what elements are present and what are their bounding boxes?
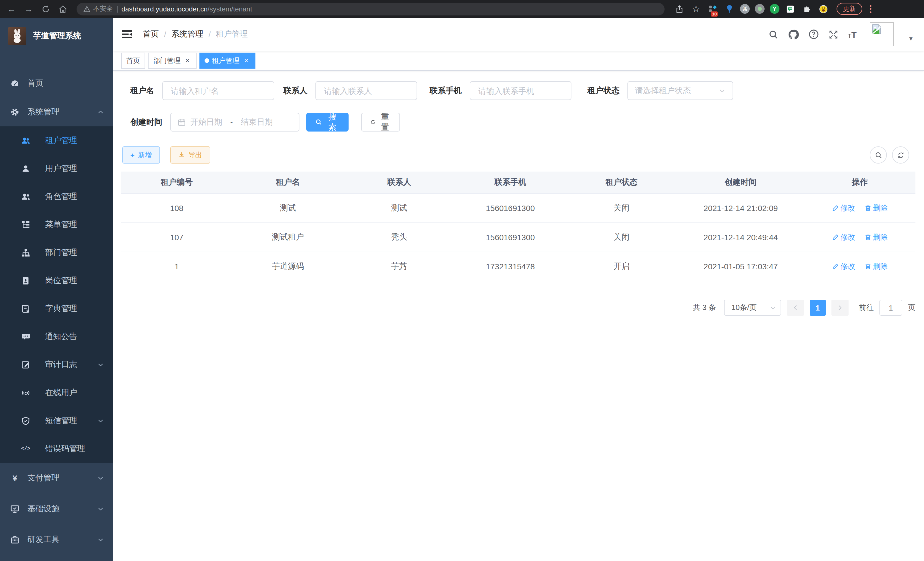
status-select[interactable]: 请选择租户状态 — [627, 81, 733, 100]
col-mobile: 联系手机 — [455, 171, 566, 194]
close-icon[interactable]: × — [242, 57, 250, 65]
dot-extension-icon[interactable] — [755, 4, 765, 14]
gauge-icon — [10, 79, 20, 88]
divider — [117, 5, 117, 12]
download-icon — [178, 152, 185, 158]
sidebar-item-infrastructure[interactable]: 基础设施 — [0, 493, 113, 524]
sidebar-item-payment[interactable]: ¥ 支付管理 — [0, 463, 113, 493]
edit-button[interactable]: 修改 — [832, 232, 855, 242]
sidebar-item-tenant[interactable]: 租户管理 — [0, 126, 113, 154]
online-users-icon — [21, 388, 30, 397]
active-dot — [205, 58, 209, 63]
sidebar-item-departments[interactable]: 部门管理 — [0, 238, 113, 266]
app-logo[interactable]: 芋道管理系统 — [0, 20, 113, 52]
reload-icon[interactable] — [39, 2, 52, 16]
broken-image-icon — [872, 24, 882, 34]
status-text: 关闭 — [566, 194, 677, 223]
sidebar-item-announcements[interactable]: 通知公告 — [0, 323, 113, 350]
sidebar-item-home[interactable]: 首页 — [0, 69, 113, 98]
sidebar-item-error-codes[interactable]: </> 错误码管理 — [0, 435, 113, 463]
contact-label: 联系人 — [284, 86, 308, 96]
command-extension-icon[interactable]: ⌘ — [740, 4, 750, 14]
edit-button[interactable]: 修改 — [832, 261, 855, 272]
add-button[interactable]: + 新增 — [122, 146, 160, 164]
mobile-input[interactable] — [477, 86, 564, 96]
security-label: 不安全 — [93, 5, 113, 13]
edit-icon — [832, 234, 838, 241]
date-range-picker[interactable]: 开始日期 - 结束日期 — [170, 113, 299, 132]
status-label: 租户状态 — [587, 86, 620, 96]
y-extension-icon[interactable]: Y — [770, 4, 779, 14]
close-icon[interactable]: × — [183, 57, 191, 65]
caret-down-icon[interactable]: ▼ — [908, 35, 914, 41]
home-icon[interactable] — [56, 2, 70, 16]
chevron-down-icon — [97, 505, 104, 512]
tag-home[interactable]: 首页 — [121, 53, 145, 69]
user-icon — [21, 164, 30, 173]
github-icon[interactable] — [788, 29, 799, 40]
prev-page-button[interactable] — [787, 300, 804, 316]
next-page-button[interactable] — [831, 300, 849, 316]
show-search-button[interactable] — [870, 146, 887, 164]
chat-extension-icon[interactable] — [784, 3, 796, 15]
chevron-down-icon — [97, 417, 104, 424]
delete-button[interactable]: 删除 — [864, 232, 888, 242]
delete-button[interactable]: 删除 — [864, 203, 888, 213]
reset-button[interactable]: 重置 — [361, 113, 400, 132]
avatar[interactable] — [870, 22, 894, 46]
sidebar-item-posts[interactable]: 岗位管理 — [0, 266, 113, 295]
sidebar-item-menus[interactable]: 菜单管理 — [0, 211, 113, 238]
search-icon[interactable] — [769, 29, 778, 39]
browser-menu-icon[interactable] — [870, 5, 872, 13]
sidebar-submenu-system: 租户管理 用户管理 角色管理 — [0, 126, 113, 463]
sidebar-item-system[interactable]: 系统管理 — [0, 98, 113, 126]
table-row: 107 测试租户 秃头 15601691300 关闭 2021-12-14 20… — [121, 223, 915, 252]
tag-departments[interactable]: 部门管理 × — [148, 53, 196, 69]
breadcrumb-home[interactable]: 首页 — [143, 29, 159, 39]
sidebar-item-dev-tools[interactable]: 研发工具 — [0, 524, 113, 555]
export-button[interactable]: 导出 — [170, 146, 210, 164]
tag-tenant[interactable]: 租户管理 × — [200, 53, 255, 69]
search-icon — [874, 151, 882, 159]
page-number-1[interactable]: 1 — [810, 300, 826, 316]
help-icon[interactable] — [808, 29, 819, 39]
chevron-down-icon — [97, 475, 104, 481]
search-button[interactable]: 搜索 — [306, 113, 349, 132]
sidebar-item-online-users[interactable]: 在线用户 — [0, 379, 113, 407]
sidebar-item-roles[interactable]: 角色管理 — [0, 182, 113, 211]
sidebar-item-sms[interactable]: 短信管理 — [0, 407, 113, 435]
extensions-puzzle-icon[interactable] — [801, 3, 813, 15]
emoji-extension-icon[interactable] — [818, 3, 829, 15]
sidebar-item-users[interactable]: 用户管理 — [0, 154, 113, 182]
tags-view: 首页 部门管理 × 租户管理 × — [113, 51, 924, 71]
tenant-name-input[interactable] — [170, 86, 267, 96]
trash-icon — [864, 234, 871, 241]
code-icon: </> — [21, 444, 30, 453]
balloon-extension-icon[interactable] — [723, 3, 735, 15]
back-icon[interactable]: ← — [4, 2, 18, 16]
edit-button[interactable]: 修改 — [832, 203, 855, 213]
page-size-select[interactable]: 10条/页 — [724, 300, 781, 316]
delete-button[interactable]: 删除 — [864, 261, 888, 272]
sidebar-toggle-icon[interactable] — [121, 29, 133, 40]
screen: ← → 不安全 dashboard.yudao.iocoder.cn/syste… — [0, 0, 924, 561]
font-size-icon[interactable]: TT — [848, 30, 857, 39]
sidebar-item-dictionary[interactable]: 字典管理 — [0, 295, 113, 323]
refresh-table-button[interactable] — [892, 146, 909, 164]
col-tenant-name: 租户名 — [232, 171, 344, 194]
col-tenant-id: 租户编号 — [121, 171, 232, 194]
page-jumper-input[interactable] — [879, 300, 902, 316]
address-bar[interactable]: 不安全 dashboard.yudao.iocoder.cn/system/te… — [76, 3, 664, 15]
extension-grid-icon[interactable]: 10 — [707, 3, 718, 15]
contact-input[interactable] — [323, 86, 410, 96]
fullscreen-icon[interactable] — [829, 29, 838, 39]
forward-icon[interactable]: → — [22, 2, 35, 16]
breadcrumb-system[interactable]: 系统管理 — [171, 29, 203, 39]
browser-update-button[interactable]: 更新 — [837, 3, 862, 15]
refresh-icon — [897, 151, 904, 159]
bookmark-star-icon[interactable]: ☆ — [690, 3, 702, 15]
logo-image — [8, 27, 26, 45]
url-host: dashboard.yudao.iocoder.cn — [122, 5, 208, 13]
sidebar-item-audit-log[interactable]: 审计日志 — [0, 350, 113, 379]
share-icon[interactable] — [674, 3, 685, 15]
